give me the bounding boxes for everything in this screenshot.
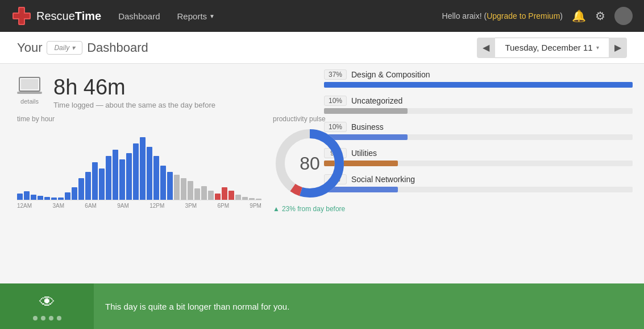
svg-rect-5 xyxy=(21,79,38,89)
bar-item xyxy=(153,156,159,200)
your-label: Your xyxy=(17,40,42,55)
category-bar-fill xyxy=(324,108,408,114)
category-header: 37%Design & Composition xyxy=(324,69,633,80)
bar-item xyxy=(31,195,36,200)
category-header: 10%Business xyxy=(324,122,633,132)
bar-item xyxy=(228,191,234,200)
bar-chart: 12AM3AM6AM9AM12PM3PM6PM9PM xyxy=(17,126,261,212)
bars-container xyxy=(17,126,261,200)
bar-item xyxy=(78,178,84,200)
pct-badge: 10% xyxy=(324,96,347,106)
dot-4 xyxy=(57,316,61,320)
category-bar-bg xyxy=(324,161,633,166)
bar-item xyxy=(208,191,214,200)
avatar-icon[interactable] xyxy=(614,7,633,25)
bar-item xyxy=(51,198,57,200)
bar-item xyxy=(222,187,227,200)
category-bar-fill xyxy=(324,82,633,88)
bar-item xyxy=(215,194,221,200)
eye-icon: 👁 xyxy=(39,293,55,311)
x-label: 9AM xyxy=(117,203,129,209)
category-bar-bg xyxy=(324,134,633,140)
logo-text: RescueTime xyxy=(36,10,101,23)
main-content: details 8h 46m Time logged — about the s… xyxy=(0,64,644,329)
device-details[interactable]: details xyxy=(17,75,42,105)
notifications-icon[interactable]: 🔔 xyxy=(572,9,586,23)
dashboard-label: Dashboard xyxy=(87,40,148,55)
nav-reports[interactable]: Reports ▼ xyxy=(177,11,215,21)
bar-item xyxy=(201,186,207,200)
pulse-value: 80 xyxy=(300,153,320,174)
x-label: 6AM xyxy=(85,203,97,209)
category-row: 10%Uncategorized xyxy=(324,96,633,114)
banner-text: This day is quite a bit longer than norm… xyxy=(94,302,301,311)
bar-item xyxy=(181,178,186,200)
daily-dropdown[interactable]: Daily ▾ xyxy=(47,41,82,55)
details-label: details xyxy=(20,98,39,105)
bottom-banner: 👁 This day is quite a bit longer than no… xyxy=(0,283,644,329)
header: RescueTime Dashboard Reports ▼ Hello ara… xyxy=(0,0,644,32)
bar-item xyxy=(242,197,248,200)
category-row: 10%Business xyxy=(324,122,633,140)
bar-item xyxy=(160,166,166,200)
svg-rect-3 xyxy=(14,14,30,18)
category-header: 9%Utilities xyxy=(324,148,633,158)
pct-badge: 37% xyxy=(324,69,347,80)
x-label: 6PM xyxy=(217,203,229,209)
category-name: Design & Composition xyxy=(351,70,430,79)
time-subtitle: Time logged — about the same as the day … xyxy=(53,101,215,109)
nav-dashboard[interactable]: Dashboard xyxy=(118,11,160,21)
bar-item xyxy=(72,187,77,200)
x-axis-labels: 12AM3AM6AM9AM12PM3PM6PM9PM xyxy=(17,203,261,209)
x-label: 12AM xyxy=(17,203,32,209)
bar-item xyxy=(174,175,180,200)
laptop-icon xyxy=(17,75,42,96)
bar-item xyxy=(106,156,111,200)
reports-caret-icon: ▼ xyxy=(209,13,215,19)
bar-item xyxy=(58,198,64,200)
svg-rect-6 xyxy=(17,92,42,94)
time-info: 8h 46m Time logged — about the same as t… xyxy=(53,75,215,109)
category-name: Social Networking xyxy=(351,175,415,184)
upgrade-link[interactable]: Upgrade to Premium xyxy=(487,11,560,20)
bar-item xyxy=(256,199,261,200)
bar-item xyxy=(119,159,125,200)
pulse-arrow-icon: ▲ xyxy=(273,205,280,213)
banner-dots xyxy=(33,316,61,320)
logo-icon xyxy=(11,6,32,26)
logo: RescueTime xyxy=(11,6,101,26)
daily-label: Daily xyxy=(54,44,69,52)
time-by-hour-chart: time by hour 12AM3AM6AM9AM12PM3PM6PM9PM xyxy=(17,115,261,213)
bar-item xyxy=(126,153,132,200)
header-right: Hello araix! (Upgrade to Premium) 🔔 ⚙ xyxy=(442,7,633,25)
x-label: 3AM xyxy=(52,203,64,209)
bar-item xyxy=(85,172,91,200)
x-label: 9PM xyxy=(250,203,261,209)
settings-icon[interactable]: ⚙ xyxy=(595,9,605,23)
prev-date-button[interactable]: ◀ xyxy=(477,38,495,58)
date-text: Tuesday, December 11 xyxy=(505,43,592,52)
bar-item xyxy=(24,191,30,200)
bar-item xyxy=(140,137,146,200)
banner-icon-section: 👁 xyxy=(0,283,94,329)
bar-item xyxy=(235,195,241,200)
bar-item xyxy=(188,181,193,200)
header-left: RescueTime Dashboard Reports ▼ xyxy=(11,6,215,26)
subheader-left: Your Daily ▾ Dashboard xyxy=(17,40,148,55)
x-label: 12PM xyxy=(149,203,164,209)
bar-item xyxy=(133,143,139,200)
dot-3 xyxy=(49,316,53,320)
x-label: 3PM xyxy=(185,203,197,209)
date-caret-icon: ▾ xyxy=(596,44,599,51)
bar-item xyxy=(99,168,105,200)
bar-item xyxy=(65,192,70,200)
time-by-hour-label: time by hour xyxy=(17,115,261,123)
hello-text: Hello araix! (Upgrade to Premium) xyxy=(442,11,563,20)
charts-row: time by hour 12AM3AM6AM9AM12PM3PM6PM9PM … xyxy=(17,115,307,213)
subheader: Your Daily ▾ Dashboard ◀ Tuesday, Decemb… xyxy=(0,32,644,64)
category-bar-bg xyxy=(324,187,633,192)
next-date-button[interactable]: ▶ xyxy=(609,38,627,58)
daily-caret-icon: ▾ xyxy=(72,44,75,52)
time-section: details 8h 46m Time logged — about the s… xyxy=(17,75,307,109)
bar-item xyxy=(38,196,43,200)
